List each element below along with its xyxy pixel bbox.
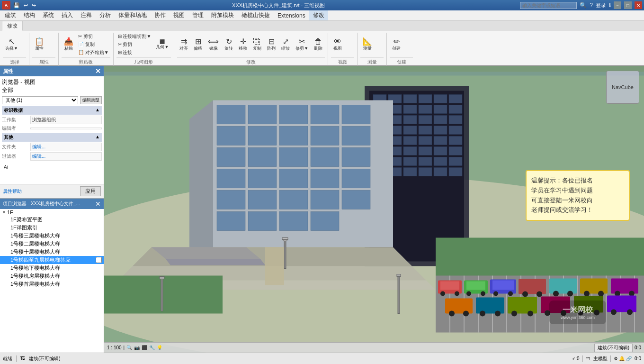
nav-cube[interactable]: NavCube bbox=[606, 71, 639, 104]
browser-close-button[interactable]: ✕ bbox=[95, 200, 101, 208]
vp-icon2[interactable]: 📷 bbox=[134, 345, 140, 350]
browser-item[interactable]: 1号楼首层楼电梯大样 bbox=[0, 280, 104, 288]
svg-rect-149 bbox=[282, 238, 288, 240]
browser-item[interactable]: 1F梁布置平图 bbox=[0, 216, 104, 224]
cut-button[interactable]: ✂ 剪切 bbox=[77, 33, 110, 40]
copy-mod-button[interactable]: ⿻ 复制 bbox=[250, 36, 264, 53]
menu-fujia[interactable]: 附加模块 bbox=[207, 10, 238, 20]
svg-rect-129 bbox=[445, 299, 473, 314]
menu-xitong[interactable]: 系统 bbox=[39, 10, 58, 20]
browser-item[interactable]: 1号梯四至九层梯电梯答应 bbox=[0, 256, 104, 264]
filter-value[interactable]: 编辑... bbox=[30, 152, 102, 161]
svg-point-131 bbox=[463, 311, 469, 317]
svg-rect-147 bbox=[284, 240, 286, 269]
3d-viewport[interactable]: 温馨提示：各位已报名学员在学习中遇到问题可直接登陆一米网校向老师提问或交流学习！… bbox=[104, 66, 644, 353]
close-button[interactable]: ✕ bbox=[635, 1, 642, 9]
help-icon[interactable]: ? bbox=[590, 2, 593, 9]
props-group-items: 📋 属性 bbox=[32, 33, 55, 56]
scale-button[interactable]: ⤢ 缩放 bbox=[279, 36, 292, 53]
maximize-button[interactable]: □ bbox=[624, 1, 632, 9]
quick-access-save[interactable]: 💾 bbox=[13, 2, 20, 9]
quick-access-redo[interactable]: ↪ bbox=[32, 2, 36, 9]
menu-olive[interactable]: 橄榄山快捷 bbox=[238, 10, 274, 20]
browser-item[interactable]: ▼ 1F bbox=[0, 209, 104, 216]
vp-icon3[interactable]: ⬛ bbox=[142, 345, 147, 350]
cut-geo-button[interactable]: ✂ 剪切 bbox=[116, 41, 153, 48]
menu-xiugai[interactable]: 修改 bbox=[309, 10, 328, 20]
menu-guanli[interactable]: 管理 bbox=[188, 10, 207, 20]
properties-help-link[interactable]: 属性帮助 bbox=[3, 188, 22, 195]
menu-jiegou[interactable]: 结构 bbox=[20, 10, 39, 20]
ribbon-tab-modify[interactable]: 修改 bbox=[2, 21, 23, 31]
measure-btn[interactable]: 📐 测量 bbox=[360, 36, 375, 53]
login-text[interactable]: 登录 bbox=[596, 2, 606, 9]
vp-sep1: | bbox=[124, 345, 125, 350]
geometry-btn[interactable]: ⬛ 几何▼ bbox=[153, 38, 171, 52]
move-label: 移动 bbox=[239, 46, 247, 52]
trim-button[interactable]: ✂ 修剪▼ bbox=[293, 36, 311, 53]
svg-point-119 bbox=[537, 291, 542, 297]
select-tool-button[interactable]: ↖ 选择▼ bbox=[3, 36, 20, 53]
align-paste-button[interactable]: 📋 对齐粘贴▼ bbox=[77, 49, 110, 56]
join-button[interactable]: ⊞ 连接 bbox=[116, 49, 153, 56]
vp-icon1[interactable]: 🔍 bbox=[126, 345, 132, 350]
move-button[interactable]: ✛ 移动 bbox=[236, 36, 250, 53]
vp-icon4[interactable]: 🔧 bbox=[149, 345, 155, 350]
ribbon: 修改 ↖ 选择▼ 选择 📋 属性 属性 bbox=[0, 21, 644, 66]
browser-item[interactable]: 1号楼三层楼电梯大样 bbox=[0, 232, 104, 240]
browser-item[interactable]: 1号楼二层楼电梯大样 bbox=[0, 240, 104, 248]
menu-jianzhu[interactable]: 建筑 bbox=[1, 10, 20, 20]
trim-label: 修剪▼ bbox=[295, 46, 308, 52]
svg-rect-154 bbox=[265, 247, 284, 285]
menu-fenxi[interactable]: 分析 bbox=[96, 10, 115, 20]
properties-button[interactable]: 📋 属性 bbox=[32, 36, 46, 53]
search-icon[interactable]: 🔍 bbox=[580, 2, 587, 9]
vp-icon5[interactable]: 💡 bbox=[157, 345, 162, 350]
menu-hezuo[interactable]: 协作 bbox=[151, 10, 170, 20]
prop-section-other-arrow[interactable]: ▲ bbox=[95, 134, 100, 141]
minimize-button[interactable]: － bbox=[614, 1, 621, 9]
menu-shitu[interactable]: 视图 bbox=[170, 10, 188, 20]
title-bar-right: 🔍 ? 登录 ℹ － □ ✕ bbox=[520, 1, 642, 9]
browser-item[interactable]: 1F详图索引 bbox=[0, 224, 104, 232]
view-btn[interactable]: 👁 视图 bbox=[331, 36, 344, 53]
apply-button[interactable]: 应用 bbox=[80, 186, 101, 196]
folder-value[interactable]: 编辑... bbox=[30, 143, 102, 151]
ribbon-group-view: 👁 视图 视图 bbox=[329, 33, 358, 65]
search-input[interactable] bbox=[520, 2, 577, 9]
svg-rect-45 bbox=[449, 157, 462, 166]
svg-rect-14 bbox=[434, 105, 447, 114]
offset-button[interactable]: ⊞ 偏移 bbox=[191, 36, 205, 53]
mirror-pick-button[interactable]: ⟺ 镜像 bbox=[206, 36, 221, 53]
filter-label: 过滤器 bbox=[2, 153, 30, 160]
quick-access-undo[interactable]: ↩ bbox=[24, 2, 28, 9]
type-selector[interactable]: 其他 (1) bbox=[2, 96, 78, 104]
create-btn[interactable]: ✏ 创建 bbox=[390, 36, 403, 53]
menu-charu[interactable]: 插入 bbox=[58, 10, 77, 20]
vp-coords: 0:0 bbox=[635, 345, 641, 350]
menu-zhushi[interactable]: 注释 bbox=[77, 10, 96, 20]
menu-tiliang[interactable]: 体量和场地 bbox=[115, 10, 151, 20]
select-group-items: ↖ 选择▼ bbox=[3, 33, 26, 56]
browser-item[interactable]: 1号楼十层楼电梯大样 bbox=[0, 248, 104, 256]
window-title: XXX机房楼中心文件_建筑.rvt - 三维视图 bbox=[37, 2, 520, 9]
connect-cut-button[interactable]: ⊟ 连接端切割▼ bbox=[116, 33, 153, 40]
info-icon[interactable]: ℹ bbox=[609, 2, 611, 9]
clipboard-group-items: 📥 粘贴 ✂ 剪切 📄 复制 📋 对齐粘贴▼ bbox=[62, 33, 110, 56]
svg-rect-50 bbox=[434, 168, 447, 176]
ribbon-group-props: 📋 属性 属性 bbox=[30, 33, 59, 65]
delete-button[interactable]: 🗑 删除 bbox=[312, 36, 325, 53]
paste-button[interactable]: 📥 粘贴 bbox=[62, 36, 76, 53]
copy-button[interactable]: 📄 复制 bbox=[77, 41, 110, 48]
rotate-button[interactable]: ↻ 旋转 bbox=[222, 36, 235, 53]
properties-close-button[interactable]: ✕ bbox=[95, 67, 101, 75]
align-button[interactable]: ⇉ 对齐 bbox=[177, 36, 190, 53]
browser-item[interactable]: 1号楼地下楼电梯大样 bbox=[0, 264, 104, 272]
array-button[interactable]: ⊟ 阵列 bbox=[265, 36, 278, 53]
browser-item[interactable]: 1号楼机房层楼梯大样 bbox=[0, 272, 104, 280]
prop-section-identity-arrow[interactable]: ▲ bbox=[95, 107, 100, 114]
edit-type-button[interactable]: 编辑类型 bbox=[80, 96, 102, 104]
measure-group-items: 📐 测量 bbox=[360, 33, 384, 56]
folder-label: 文件夹 bbox=[2, 144, 30, 150]
menu-extensions[interactable]: Extensions bbox=[274, 11, 309, 20]
